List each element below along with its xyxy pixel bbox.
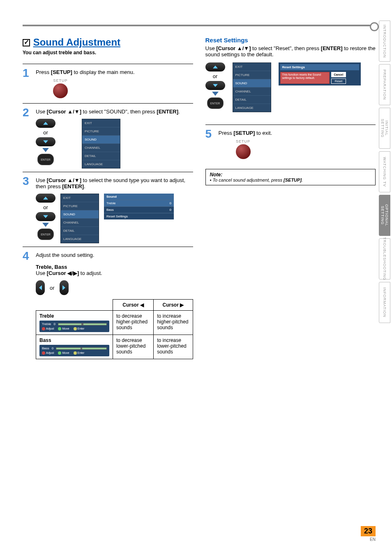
chevron-down-icon xyxy=(42,223,49,227)
osd-menu: EXIT PICTURE SOUND CHANNEL DETAIL LANGUA… xyxy=(233,62,271,112)
top-divider xyxy=(23,25,376,26)
step-1: 1 Press [SETUP] to display the main menu… xyxy=(23,67,193,100)
osd-menu-sound[interactable]: SOUND xyxy=(61,210,99,219)
cursor-down-button[interactable] xyxy=(36,212,55,221)
reset-text: Use [Cursor ▲/▼] to select "Reset", then… xyxy=(205,45,376,58)
adjust-table: Cursor ◀ Cursor ▶ Treble Treble0 Adjust xyxy=(36,299,193,359)
section-tab[interactable]: OPTIONAL SETTING xyxy=(379,195,390,236)
reset-panel: Reset Settings This function resets the … xyxy=(279,62,361,85)
section-tab[interactable]: INTRODUCTION xyxy=(379,21,390,62)
note-text: • To cancel sound adjustment, press [SET… xyxy=(210,178,371,182)
chevron-down-icon xyxy=(42,148,49,152)
step-number: 3 xyxy=(23,175,32,243)
reset-panel-title: Reset Settings xyxy=(280,64,359,70)
cursor-down-button[interactable] xyxy=(205,81,225,90)
or-text: or xyxy=(43,129,48,136)
step4-subhead: Treble, Bass xyxy=(36,264,193,270)
step-2: 2 Use [Cursor ▲/▼] to select "SOUND", th… xyxy=(23,107,193,169)
or-text: or xyxy=(43,204,48,210)
reset-button[interactable]: Reset xyxy=(331,78,346,84)
sound-row-reset[interactable]: Reset Settings xyxy=(104,213,174,219)
cursor-left-button[interactable] xyxy=(36,280,45,295)
sound-panel: Sound Treble0 Bass0 Reset Settings xyxy=(104,194,174,219)
table-row: Bass Bass0 Adjust Move Enter xyxy=(36,335,193,359)
treble-increase: to increase higher-pitched sounds xyxy=(154,311,193,335)
or-text: or xyxy=(50,285,55,291)
osd-menu: EXIT PICTURE SOUND CHANNEL DETAIL LANGUA… xyxy=(60,194,99,243)
setup-caption: SETUP xyxy=(231,139,256,143)
section-tab[interactable]: WATCHING TV xyxy=(379,151,390,192)
cursor-right-button[interactable] xyxy=(60,280,69,295)
bass-decrease: to decrease lower-pitched sounds xyxy=(113,335,154,359)
checkbox-icon xyxy=(23,39,30,46)
step-number: 1 xyxy=(23,67,32,100)
step-3: 3 Use [Cursor ▲/▼] to select the sound t… xyxy=(23,175,193,243)
sound-row-bass[interactable]: Bass0 xyxy=(104,206,174,213)
step-5: 5 Press [SETUP] to exit. SETUP xyxy=(205,128,376,161)
osd-menu-sound[interactable]: SOUND xyxy=(82,136,120,144)
step2-text: Use [Cursor ▲/▼] to select "SOUND", then… xyxy=(36,108,180,115)
sound-row-treble[interactable]: Treble0 xyxy=(104,200,174,206)
col-cursor-right: Cursor ▶ xyxy=(154,300,193,311)
cursor-up-button[interactable] xyxy=(205,62,225,72)
osd-menu: EXIT PICTURE SOUND CHANNEL DETAIL LANGUA… xyxy=(82,119,120,169)
cancel-button[interactable]: Cancel xyxy=(331,72,346,77)
bass-adjust-ui: Bass0 Adjust Move Enter xyxy=(39,345,109,356)
osd-menu-sound[interactable]: SOUND xyxy=(233,79,271,88)
section-subtitle: You can adjust treble and bass. xyxy=(23,50,193,55)
step4-text: Adjust the sound setting. xyxy=(36,252,193,258)
setup-button[interactable] xyxy=(236,144,251,159)
cursor-up-button[interactable] xyxy=(36,194,55,203)
section-tab[interactable]: PREPARATION xyxy=(379,64,390,105)
setup-caption: SETUP xyxy=(48,78,73,83)
bass-increase: to increase lower-pitched sounds xyxy=(154,335,193,359)
sound-panel-title: Sound xyxy=(104,194,174,200)
section-title: Sound Adjustment xyxy=(33,37,120,48)
cursor-down-button[interactable] xyxy=(36,137,55,146)
step5-text: Press [SETUP] to exit. xyxy=(219,130,272,136)
step-number: 2 xyxy=(23,107,32,169)
enter-button[interactable]: ENTER xyxy=(37,229,54,240)
step-number: 5 xyxy=(205,128,214,161)
reset-message: This function resets the Sound settings … xyxy=(280,72,330,84)
col-cursor-left: Cursor ◀ xyxy=(113,300,154,311)
section-tab[interactable]: TROUBLESHOOTING xyxy=(379,238,390,279)
enter-button[interactable]: ENTER xyxy=(37,154,54,165)
row-name: Treble xyxy=(39,313,54,319)
page-number: 23 EN xyxy=(361,526,376,542)
or-text: or xyxy=(213,73,218,79)
note-title: Note: xyxy=(210,172,371,178)
section-tab[interactable]: INFORMATION xyxy=(379,282,390,323)
step-number: 4 xyxy=(23,250,32,359)
step3-text: Use [Cursor ▲/▼] to select the sound typ… xyxy=(36,177,185,189)
section-tabs: INTRODUCTIONPREPARATIONINITIAL SETTINGWA… xyxy=(379,21,390,323)
section-tab[interactable]: INITIAL SETTING xyxy=(379,108,390,149)
treble-adjust-ui: Treble0 Adjust Move Enter xyxy=(39,321,109,332)
step4-instr: Use [Cursor ◀/▶] to adjust. xyxy=(36,270,193,276)
row-name: Bass xyxy=(39,337,51,343)
treble-decrease: to decrease higher-pitched sounds xyxy=(113,311,154,335)
setup-button[interactable] xyxy=(53,83,68,98)
cursor-up-button[interactable] xyxy=(36,119,55,128)
table-row: Treble Treble0 Adjust Move Enter xyxy=(36,311,193,335)
note-box: Note: • To cancel sound adjustment, pres… xyxy=(205,169,376,185)
step1-text: Press [SETUP] to display the main menu. xyxy=(36,69,135,75)
step-4: 4 Adjust the sound setting. Treble, Bass… xyxy=(23,250,193,359)
enter-button[interactable]: ENTER xyxy=(207,97,224,109)
chevron-down-icon xyxy=(212,92,219,96)
reset-settings-title: Reset Settings xyxy=(205,37,376,44)
